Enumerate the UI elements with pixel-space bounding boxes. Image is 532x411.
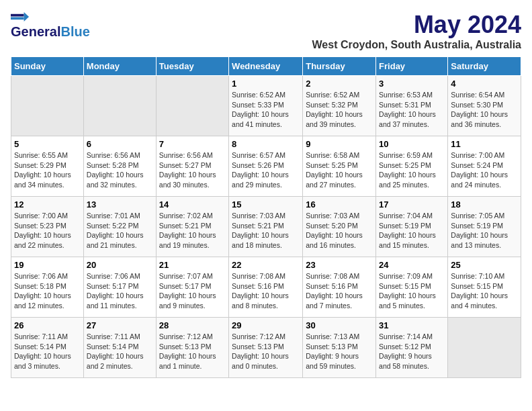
day-cell: 19Sunrise: 7:06 AM Sunset: 5:18 PM Dayli… <box>11 257 84 318</box>
day-cell: 8Sunrise: 6:57 AM Sunset: 5:26 PM Daylig… <box>229 136 303 197</box>
day-number: 22 <box>232 260 300 270</box>
day-number: 20 <box>87 260 153 270</box>
week-row-1: 1Sunrise: 6:52 AM Sunset: 5:33 PM Daylig… <box>11 76 521 136</box>
day-info: Sunrise: 6:52 AM Sunset: 5:33 PM Dayligh… <box>232 90 300 130</box>
day-number: 10 <box>379 139 445 149</box>
day-cell: 21Sunrise: 7:07 AM Sunset: 5:17 PM Dayli… <box>156 257 228 318</box>
week-row-4: 19Sunrise: 7:06 AM Sunset: 5:18 PM Dayli… <box>11 257 521 318</box>
day-number: 3 <box>379 79 445 89</box>
day-info: Sunrise: 6:58 AM Sunset: 5:25 PM Dayligh… <box>306 150 373 190</box>
day-number: 23 <box>306 260 373 270</box>
day-cell: 1Sunrise: 6:52 AM Sunset: 5:33 PM Daylig… <box>229 76 303 136</box>
day-cell: 31Sunrise: 7:14 AM Sunset: 5:12 PM Dayli… <box>376 318 448 378</box>
day-info: Sunrise: 7:12 AM Sunset: 5:13 PM Dayligh… <box>159 332 226 371</box>
logo-text-blue: Blue <box>60 24 89 40</box>
page-header: General Blue May 2024 West Croydon, Sout… <box>11 11 521 51</box>
day-info: Sunrise: 7:00 AM Sunset: 5:23 PM Dayligh… <box>14 211 81 250</box>
header-monday: Monday <box>83 57 156 76</box>
header-wednesday: Wednesday <box>229 57 303 76</box>
day-cell: 23Sunrise: 7:08 AM Sunset: 5:16 PM Dayli… <box>303 257 376 318</box>
week-row-5: 26Sunrise: 7:11 AM Sunset: 5:14 PM Dayli… <box>11 318 521 378</box>
day-cell: 24Sunrise: 7:09 AM Sunset: 5:15 PM Dayli… <box>376 257 448 318</box>
day-number: 7 <box>159 139 226 149</box>
day-info: Sunrise: 7:09 AM Sunset: 5:15 PM Dayligh… <box>379 271 445 311</box>
month-title: May 2024 <box>312 11 521 39</box>
day-number: 5 <box>14 139 81 149</box>
day-number: 9 <box>306 139 373 149</box>
day-number: 24 <box>379 260 445 270</box>
day-info: Sunrise: 7:01 AM Sunset: 5:22 PM Dayligh… <box>87 211 153 250</box>
svg-rect-0 <box>11 14 24 17</box>
logo-text-general: General <box>11 24 60 40</box>
calendar-table: Sunday Monday Tuesday Wednesday Thursday… <box>11 56 521 378</box>
day-number: 8 <box>232 139 300 149</box>
day-cell: 16Sunrise: 7:03 AM Sunset: 5:20 PM Dayli… <box>303 197 376 257</box>
svg-marker-2 <box>24 12 29 21</box>
day-info: Sunrise: 7:00 AM Sunset: 5:24 PM Dayligh… <box>451 150 518 190</box>
title-section: May 2024 West Croydon, South Australia, … <box>312 11 521 51</box>
day-info: Sunrise: 6:56 AM Sunset: 5:27 PM Dayligh… <box>159 150 226 190</box>
day-number: 19 <box>14 260 81 270</box>
week-row-3: 12Sunrise: 7:00 AM Sunset: 5:23 PM Dayli… <box>11 197 521 257</box>
day-info: Sunrise: 6:53 AM Sunset: 5:31 PM Dayligh… <box>379 90 445 130</box>
day-cell: 3Sunrise: 6:53 AM Sunset: 5:31 PM Daylig… <box>376 76 448 136</box>
day-number: 26 <box>14 320 81 330</box>
day-info: Sunrise: 7:03 AM Sunset: 5:21 PM Dayligh… <box>232 211 300 250</box>
day-info: Sunrise: 7:14 AM Sunset: 5:12 PM Dayligh… <box>379 332 445 371</box>
day-cell: 25Sunrise: 7:10 AM Sunset: 5:15 PM Dayli… <box>448 257 521 318</box>
day-info: Sunrise: 7:03 AM Sunset: 5:20 PM Dayligh… <box>306 211 373 250</box>
day-number: 6 <box>87 139 153 149</box>
svg-rect-1 <box>11 17 24 19</box>
header-friday: Friday <box>376 57 448 76</box>
day-number: 28 <box>159 320 226 330</box>
day-info: Sunrise: 7:11 AM Sunset: 5:14 PM Dayligh… <box>14 332 81 371</box>
day-cell: 26Sunrise: 7:11 AM Sunset: 5:14 PM Dayli… <box>11 318 84 378</box>
day-number: 18 <box>451 199 518 210</box>
day-info: Sunrise: 6:59 AM Sunset: 5:25 PM Dayligh… <box>379 150 445 190</box>
header-tuesday: Tuesday <box>156 57 228 76</box>
day-number: 15 <box>232 199 300 210</box>
location-title: West Croydon, South Australia, Australia <box>312 39 521 51</box>
day-number: 31 <box>379 320 445 330</box>
day-cell: 18Sunrise: 7:05 AM Sunset: 5:19 PM Dayli… <box>448 197 521 257</box>
day-number: 13 <box>87 199 153 210</box>
day-info: Sunrise: 6:55 AM Sunset: 5:29 PM Dayligh… <box>14 150 81 190</box>
day-number: 17 <box>379 199 445 210</box>
day-info: Sunrise: 7:10 AM Sunset: 5:15 PM Dayligh… <box>451 271 518 311</box>
calendar-body: 1Sunrise: 6:52 AM Sunset: 5:33 PM Daylig… <box>11 76 521 378</box>
day-info: Sunrise: 7:07 AM Sunset: 5:17 PM Dayligh… <box>159 271 226 311</box>
day-cell: 5Sunrise: 6:55 AM Sunset: 5:29 PM Daylig… <box>11 136 84 197</box>
day-cell <box>83 76 156 136</box>
day-cell <box>11 76 84 136</box>
day-info: Sunrise: 6:52 AM Sunset: 5:32 PM Dayligh… <box>306 90 373 130</box>
day-info: Sunrise: 7:08 AM Sunset: 5:16 PM Dayligh… <box>232 271 300 311</box>
day-cell <box>156 76 228 136</box>
day-info: Sunrise: 7:02 AM Sunset: 5:21 PM Dayligh… <box>159 211 226 250</box>
header-thursday: Thursday <box>303 57 376 76</box>
day-number: 21 <box>159 260 226 270</box>
logo-icon <box>11 11 30 23</box>
day-info: Sunrise: 7:13 AM Sunset: 5:13 PM Dayligh… <box>306 332 373 371</box>
day-number: 11 <box>451 139 518 149</box>
day-cell: 15Sunrise: 7:03 AM Sunset: 5:21 PM Dayli… <box>229 197 303 257</box>
day-number: 29 <box>232 320 300 330</box>
day-info: Sunrise: 7:08 AM Sunset: 5:16 PM Dayligh… <box>306 271 373 311</box>
day-cell: 9Sunrise: 6:58 AM Sunset: 5:25 PM Daylig… <box>303 136 376 197</box>
day-cell: 2Sunrise: 6:52 AM Sunset: 5:32 PM Daylig… <box>303 76 376 136</box>
day-cell: 11Sunrise: 7:00 AM Sunset: 5:24 PM Dayli… <box>448 136 521 197</box>
day-number: 2 <box>306 79 373 89</box>
day-info: Sunrise: 7:05 AM Sunset: 5:19 PM Dayligh… <box>451 211 518 250</box>
day-number: 12 <box>14 199 81 210</box>
day-info: Sunrise: 7:06 AM Sunset: 5:17 PM Dayligh… <box>87 271 153 311</box>
day-cell: 27Sunrise: 7:11 AM Sunset: 5:14 PM Dayli… <box>83 318 156 378</box>
day-cell: 22Sunrise: 7:08 AM Sunset: 5:16 PM Dayli… <box>229 257 303 318</box>
week-row-2: 5Sunrise: 6:55 AM Sunset: 5:29 PM Daylig… <box>11 136 521 197</box>
day-number: 14 <box>159 199 226 210</box>
header-saturday: Saturday <box>448 57 521 76</box>
day-cell: 30Sunrise: 7:13 AM Sunset: 5:13 PM Dayli… <box>303 318 376 378</box>
logo: General Blue <box>11 11 90 40</box>
day-number: 1 <box>232 79 300 89</box>
day-cell: 17Sunrise: 7:04 AM Sunset: 5:19 PM Dayli… <box>376 197 448 257</box>
day-info: Sunrise: 7:11 AM Sunset: 5:14 PM Dayligh… <box>87 332 153 371</box>
day-cell: 13Sunrise: 7:01 AM Sunset: 5:22 PM Dayli… <box>83 197 156 257</box>
